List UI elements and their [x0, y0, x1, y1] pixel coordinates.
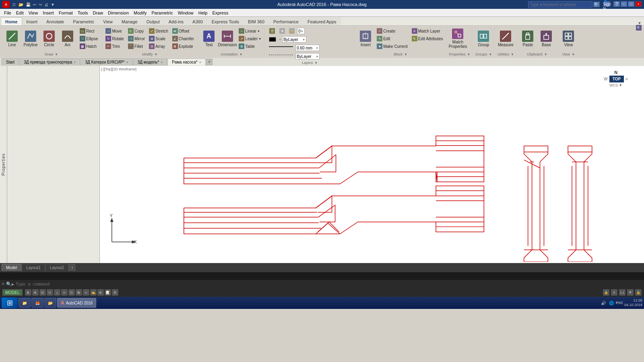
tray-network[interactable]: 🌐 — [608, 300, 615, 306]
taskbar-firefox[interactable]: 🦊 — [31, 298, 43, 308]
signin-btn[interactable]: 👤 Sign In — [604, 1, 610, 7]
text-button[interactable]: A Text — [200, 27, 218, 50]
model-status-button[interactable]: MODEL — [2, 289, 23, 296]
tab-insert[interactable]: Insert — [22, 17, 42, 25]
paste-button[interactable]: Paste — [519, 27, 537, 50]
ducs-status-icon[interactable]: ⊡ — [68, 289, 75, 296]
menu-format[interactable]: Format — [56, 9, 75, 17]
menu-file[interactable]: File — [2, 9, 14, 17]
open-btn[interactable]: 📂 — [18, 2, 24, 7]
taskbar-files[interactable]: 📂 — [44, 298, 56, 308]
tp-status-icon[interactable]: ✍ — [90, 289, 97, 296]
tab-performance[interactable]: Performance — [269, 17, 303, 25]
tab-parametric[interactable]: Parametric — [68, 17, 99, 25]
search-icon[interactable]: 🔍 — [593, 2, 600, 7]
tab-output[interactable]: Output — [142, 17, 164, 25]
groups-expand-icon[interactable]: ▼ — [489, 53, 492, 56]
ws-tab-2-close[interactable]: × — [126, 60, 128, 64]
ws-tab-2[interactable]: 3Д Катерок БУКСИР* × — [80, 58, 132, 66]
arc-button[interactable]: Arc — [59, 27, 76, 50]
print-btn[interactable]: 🖨 — [43, 2, 49, 7]
command-search-icon[interactable]: 🔍 — [6, 282, 12, 287]
maximize-btn[interactable]: □ — [628, 1, 634, 7]
selection-status-icon[interactable]: ⊕ — [97, 289, 104, 296]
modify-expand-icon[interactable]: ▼ — [155, 53, 158, 56]
ws-tab-4[interactable]: Рама насоса* × — [167, 58, 206, 66]
color-dropdown[interactable]: ByLayer ▼ — [282, 36, 306, 43]
tab-bim360[interactable]: BIM 360 — [244, 17, 269, 25]
ws-tab-3[interactable]: 3Д модель* × — [133, 58, 167, 66]
properties-sidebar[interactable]: Properties — [0, 66, 7, 263]
menu-express[interactable]: Express — [210, 9, 231, 17]
edit-button[interactable]: ✎Edit — [375, 35, 409, 42]
redo-btn[interactable]: ↪ — [38, 2, 43, 7]
copy-button[interactable]: ⎘Copy — [126, 27, 147, 35]
new-btn[interactable]: 🗋 — [11, 2, 17, 7]
customize-btn[interactable]: ▼ — [50, 2, 56, 7]
menu-window[interactable]: Window — [175, 9, 196, 17]
menu-parametric[interactable]: Parametric — [149, 9, 175, 17]
ws-tab-add[interactable]: + — [206, 59, 213, 65]
measure-button[interactable]: Measure — [497, 27, 514, 50]
grid-status-icon[interactable]: ⊞ — [25, 289, 31, 296]
insert-button[interactable]: Insert — [357, 27, 374, 50]
polyline-button[interactable]: Polyline — [22, 27, 39, 50]
add-layout-button[interactable]: + — [69, 264, 75, 271]
layer-freeze-button[interactable]: ❄ — [278, 27, 287, 35]
menu-insert[interactable]: Insert — [40, 9, 56, 17]
draw-expand-icon[interactable]: ▼ — [55, 53, 58, 56]
make-current-button[interactable]: ★Make Current — [375, 43, 409, 50]
tab-manage[interactable]: Manage — [117, 17, 142, 25]
command-input-field[interactable] — [16, 282, 642, 286]
color-swatch-button[interactable] — [267, 36, 278, 43]
model-tab[interactable]: Model — [2, 264, 21, 271]
layers-expand-icon[interactable]: ▼ — [314, 61, 318, 65]
block-expand-icon[interactable]: ▼ — [404, 53, 407, 56]
utilities-expand-icon[interactable]: ▼ — [511, 53, 514, 56]
hatch-button[interactable]: ▦Hatch — [78, 43, 99, 50]
polar-status-icon[interactable]: ⊙ — [47, 289, 53, 296]
annotation-status-icon[interactable]: 📝 — [105, 289, 111, 296]
tab-a360[interactable]: A360 — [188, 17, 207, 25]
edit-attributes-button[interactable]: ✎Edit Attributes — [410, 35, 445, 42]
properties-expand-icon[interactable]: ▼ — [467, 53, 470, 56]
lw-status-icon[interactable]: ═ — [83, 289, 89, 296]
move-button[interactable]: ↔Move — [104, 27, 125, 35]
minimize-btn[interactable]: − — [621, 1, 627, 7]
ortho-status-icon[interactable]: ⊟ — [39, 289, 46, 296]
rotate-button[interactable]: ↻Rotate — [104, 35, 125, 42]
ws-tab-3-close[interactable]: × — [161, 60, 163, 64]
tray-volume[interactable]: 🔊 — [600, 300, 607, 306]
keyword-search[interactable] — [528, 1, 592, 8]
dyn-status-icon[interactable]: ⊠ — [76, 289, 82, 296]
undo-btn[interactable]: ↩ — [32, 2, 37, 7]
tab-view[interactable]: View — [99, 17, 117, 25]
menu-view[interactable]: View — [26, 9, 41, 17]
rectangle-button[interactable]: ▭Rect — [78, 27, 99, 35]
trim-button[interactable]: ✂Trim — [104, 43, 125, 50]
array-button[interactable]: ⊟Array — [147, 43, 170, 50]
match-layer-button[interactable]: ≡Match Layer — [410, 27, 445, 35]
otrack-status-icon[interactable]: ∞ — [61, 289, 68, 296]
snap-status-icon[interactable]: ⊕ — [32, 289, 39, 296]
annotation-scale-icon[interactable]: 1:1 — [619, 289, 625, 296]
properties-icon2[interactable]: ≡ — [611, 289, 617, 296]
taskbar-explorer[interactable]: 📁 — [19, 298, 31, 308]
tab-addins[interactable]: Add-ins — [164, 17, 188, 25]
taskbar-autocad[interactable]: A AutoCAD 2016 — [57, 298, 96, 308]
menu-draw[interactable]: Draw — [90, 9, 105, 17]
menu-dimension[interactable]: Dimension — [105, 9, 131, 17]
offset-button[interactable]: ⇌Offset — [171, 27, 196, 35]
close-btn[interactable]: × — [635, 1, 642, 7]
workspace-status-icon[interactable]: ⚙ — [112, 289, 118, 296]
tab-annotate[interactable]: Annotate — [42, 17, 68, 25]
isolate-icon[interactable]: 🔒 — [603, 289, 609, 296]
chamfer-button[interactable]: ∠Chamfer — [171, 35, 196, 42]
menu-modify[interactable]: Modify — [131, 9, 149, 17]
group-search-button[interactable]: 🔍 — [634, 24, 643, 31]
clipboard-expand-icon[interactable]: ▼ — [544, 53, 547, 56]
layer-lock-button[interactable]: 🔒 — [287, 27, 296, 35]
group-button[interactable]: Group — [475, 27, 492, 50]
base-button[interactable]: Base — [537, 27, 555, 50]
view-button[interactable]: View — [559, 27, 577, 50]
